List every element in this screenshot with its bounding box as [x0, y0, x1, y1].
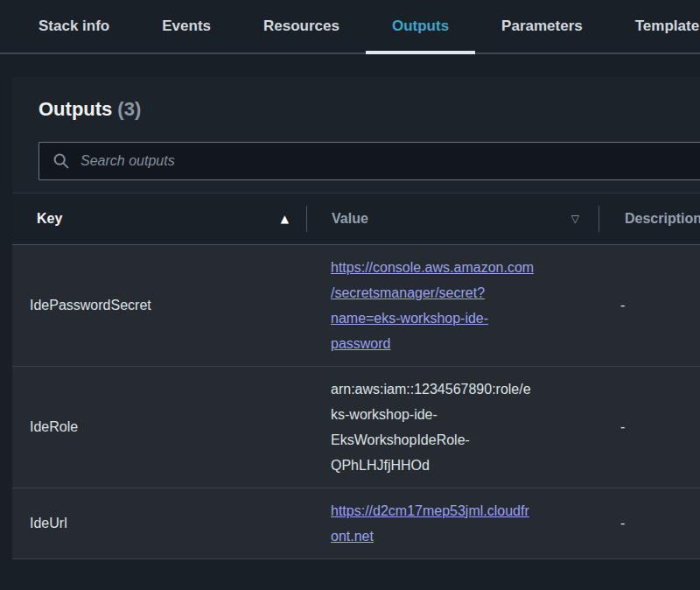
tab-stack-info[interactable]: Stack info — [12, 0, 136, 53]
output-value-cell: arn:aws:iam::1234567890:role/eks-worksho… — [306, 367, 598, 488]
stack-tab-bar: Stack info Events Resources Outputs Para… — [0, 0, 700, 54]
output-value-link[interactable]: https://d2cm17mep53jml.cloudfront.net — [331, 503, 529, 544]
tab-label: Outputs — [392, 18, 449, 35]
tab-label: Template — [635, 18, 699, 35]
tab-label: Parameters — [501, 18, 583, 35]
outputs-table-body: IdePasswordSecret https://console.aws.am… — [12, 245, 700, 559]
output-key-cell: IdePasswordSecret — [12, 245, 306, 366]
tab-events[interactable]: Events — [136, 0, 237, 53]
column-label-description: Description — [625, 211, 700, 227]
sort-descending-icon[interactable]: ▽ — [571, 214, 579, 224]
tab-parameters[interactable]: Parameters — [475, 0, 609, 53]
tab-label: Stack info — [38, 18, 109, 35]
cloudformation-stack-page: { "tabs": { "items": [ { "label": "Stack… — [0, 0, 700, 590]
output-description-cell: - — [598, 367, 700, 488]
outputs-panel-header: Outputs(3) — [12, 77, 700, 193]
search-input[interactable] — [80, 153, 700, 169]
column-label-key: Key — [37, 211, 62, 227]
column-label-value: Value — [332, 211, 368, 227]
output-value-cell: https://d2cm17mep53jml.cloudfront.net — [306, 488, 598, 558]
outputs-panel: Outputs(3) Key ▲ Value ▽ Description Ide… — [12, 77, 700, 559]
column-header-description[interactable]: Description — [599, 211, 700, 227]
table-row: IdeUrl https://d2cm17mep53jml.cloudfront… — [12, 488, 700, 559]
tab-template[interactable]: Template — [609, 0, 700, 53]
output-value-text: arn:aws:iam::1234567890:role/eks-worksho… — [331, 382, 531, 473]
output-key-cell: IdeUrl — [12, 488, 306, 558]
column-header-key[interactable]: Key ▲ — [12, 211, 306, 227]
tab-label: Resources — [263, 18, 340, 35]
output-value-cell: https://console.aws.amazon.com/secretsma… — [306, 245, 598, 366]
output-description-cell: - — [598, 245, 700, 366]
output-value-link[interactable]: https://console.aws.amazon.com/secretsma… — [331, 260, 534, 351]
tab-outputs[interactable]: Outputs — [366, 0, 475, 53]
outputs-table-header: Key ▲ Value ▽ Description — [12, 193, 700, 245]
page-title: Outputs — [38, 98, 112, 120]
output-key-cell: IdeRole — [12, 367, 306, 488]
sort-ascending-icon[interactable]: ▲ — [281, 214, 289, 224]
search-icon — [52, 152, 70, 170]
panel-title-row: Outputs(3) — [38, 98, 700, 121]
output-description-cell: - — [598, 488, 700, 558]
tab-label: Events — [162, 18, 211, 35]
tab-resources[interactable]: Resources — [237, 0, 366, 53]
column-header-value[interactable]: Value ▽ — [307, 211, 598, 227]
table-row: IdeRole arn:aws:iam::1234567890:role/eks… — [12, 367, 700, 488]
outputs-count: (3) — [117, 98, 141, 120]
table-row: IdePasswordSecret https://console.aws.am… — [12, 245, 700, 367]
search-outputs-box[interactable] — [38, 142, 700, 180]
